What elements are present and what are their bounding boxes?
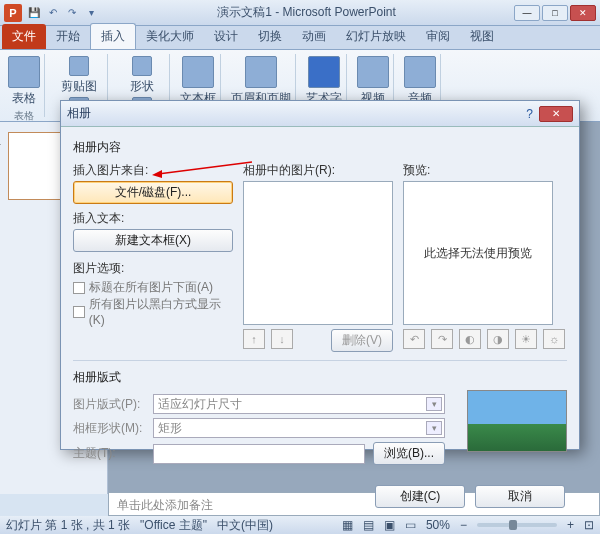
caption-below-checkbox: 标题在所有图片下面(A) — [73, 279, 233, 296]
dialog-title: 相册 — [67, 105, 91, 122]
pic-layout-label: 图片版式(P): — [73, 396, 145, 413]
theme-label: 主题(T): — [73, 445, 145, 462]
insert-text-label: 插入文本: — [73, 210, 233, 227]
brightness-down-icon: ☼ — [543, 329, 565, 349]
album-dialog: 相册 ? ✕ 相册内容 插入图片来自: 文件/磁盘(F)... 插入文本: 新建… — [60, 100, 580, 450]
create-button[interactable]: 创建(C) — [375, 485, 465, 508]
move-down-button[interactable]: ↓ — [271, 329, 293, 349]
pics-in-album-label: 相册中的图片(R): — [243, 162, 393, 179]
chevron-down-icon: ▾ — [426, 397, 442, 411]
rotate-right-icon: ↷ — [431, 329, 453, 349]
preview-box: 此选择无法使用预览 — [403, 181, 553, 325]
dialog-titlebar: 相册 ? ✕ — [61, 101, 579, 127]
rotate-left-icon: ↶ — [403, 329, 425, 349]
insert-from-label: 插入图片来自: — [73, 162, 233, 179]
file-disk-button[interactable]: 文件/磁盘(F)... — [73, 181, 233, 204]
frame-shape-combo: 矩形▾ — [153, 418, 445, 438]
browse-button[interactable]: 浏览(B)... — [373, 442, 445, 465]
dialog-close-button[interactable]: ✕ — [539, 106, 573, 122]
pic-options-label: 图片选项: — [73, 260, 233, 277]
bw-display-checkbox: 所有图片以黑白方式显示(K) — [73, 296, 233, 327]
frame-shape-label: 相框形状(M): — [73, 420, 145, 437]
new-textbox-button[interactable]: 新建文本框(X) — [73, 229, 233, 252]
pic-layout-combo[interactable]: 适应幻灯片尺寸▾ — [153, 394, 445, 414]
album-pictures-list[interactable] — [243, 181, 393, 325]
contrast-down-icon: ◑ — [487, 329, 509, 349]
cancel-button[interactable]: 取消 — [475, 485, 565, 508]
theme-input[interactable] — [153, 444, 365, 464]
dialog-overlay: 相册 ? ✕ 相册内容 插入图片来自: 文件/磁盘(F)... 插入文本: 新建… — [0, 0, 600, 534]
brightness-up-icon: ☀ — [515, 329, 537, 349]
section-content-label: 相册内容 — [73, 139, 567, 156]
remove-button[interactable]: 删除(V) — [331, 329, 393, 352]
contrast-up-icon: ◐ — [459, 329, 481, 349]
move-up-button[interactable]: ↑ — [243, 329, 265, 349]
section-layout-label: 相册版式 — [73, 369, 567, 386]
preview-label: 预览: — [403, 162, 565, 179]
layout-preview-image — [467, 390, 567, 452]
chevron-down-icon: ▾ — [426, 421, 442, 435]
help-icon[interactable]: ? — [526, 107, 533, 121]
